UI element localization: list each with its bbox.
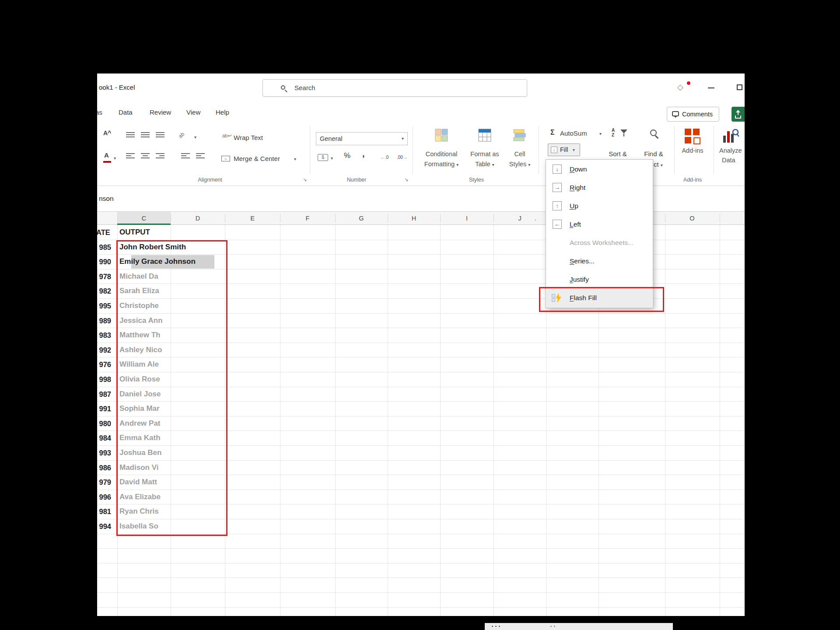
column-header-e[interactable]: E <box>244 212 261 225</box>
percent-style-button[interactable]: % <box>344 151 350 160</box>
chevron-down-icon[interactable]: ▾ <box>331 156 333 161</box>
number-dialog-launcher[interactable]: ↘ <box>404 177 408 182</box>
column-header-[interactable]: . <box>527 212 544 225</box>
share-button[interactable] <box>732 107 745 122</box>
cell-year[interactable]: 986 <box>97 460 111 475</box>
align-left-icon[interactable] <box>126 153 135 158</box>
cell-year[interactable]: 983 <box>97 328 111 343</box>
ribbon-tabs: asDataReviewViewHelp <box>97 102 745 122</box>
cell-output-header[interactable]: OUTPUT <box>119 225 150 240</box>
chevron-down-icon[interactable]: ▾ <box>194 135 196 140</box>
increase-indent-icon[interactable] <box>196 153 205 158</box>
window-title: ook1 - Excel <box>99 74 135 102</box>
cell-birthdate-header[interactable]: ATE <box>97 225 106 240</box>
accounting-format-icon[interactable]: $ <box>318 154 328 161</box>
cell-year[interactable]: 987 <box>97 387 111 402</box>
column-header-i[interactable]: I <box>458 212 476 225</box>
comments-button[interactable]: Comments <box>667 107 719 122</box>
fill-arrow-up-icon: ↑ <box>553 201 562 210</box>
minimize-button[interactable] <box>708 88 714 88</box>
top-align-icon[interactable] <box>126 132 135 137</box>
header-separator <box>280 214 280 223</box>
font-color-button[interactable]: A <box>104 151 109 159</box>
tab-help[interactable]: Help <box>216 102 229 122</box>
increase-font-size-button[interactable]: A^ <box>103 130 111 136</box>
decrease-indent-icon[interactable] <box>181 153 190 158</box>
group-separator <box>714 126 714 174</box>
autosum-button[interactable]: AutoSum <box>560 130 587 137</box>
cell-year[interactable]: 995 <box>97 298 111 313</box>
fill-button[interactable]: ↓ Fill ▾ <box>548 144 580 156</box>
cell-year[interactable]: 978 <box>97 269 111 284</box>
chevron-down-icon: ▾ <box>573 147 575 152</box>
cell-styles-button[interactable]: Cell <box>498 150 542 158</box>
find-select-line2[interactable]: ct ▾ <box>654 161 663 168</box>
analyze-data-button[interactable]: Analyze <box>719 147 742 154</box>
fill-menu-item-down[interactable]: ↓Down <box>546 160 652 178</box>
cell-year[interactable]: 992 <box>97 343 111 357</box>
format-as-table-icon <box>478 129 491 144</box>
align-right-icon[interactable] <box>156 153 164 158</box>
column-header-j[interactable]: J <box>511 212 528 225</box>
cell-year[interactable]: 991 <box>97 401 111 416</box>
find-select-button[interactable]: Find & <box>636 150 671 158</box>
fill-menu-item-left[interactable]: ←Left <box>546 215 652 234</box>
cell-year[interactable]: 996 <box>97 490 111 504</box>
cell-year[interactable]: 984 <box>97 430 111 445</box>
align-center-icon[interactable] <box>141 153 150 158</box>
fill-arrow-right-icon: → <box>553 183 562 192</box>
chevron-down-icon[interactable]: ▾ <box>294 157 296 161</box>
premium-diamond-icon[interactable]: ◇ <box>677 82 683 92</box>
maximize-button[interactable] <box>737 84 742 90</box>
fill-menu-item-justify[interactable]: Justify <box>546 270 652 289</box>
cell-year[interactable]: 994 <box>97 519 111 534</box>
cell-year[interactable]: 998 <box>97 372 111 387</box>
cell-year[interactable]: 990 <box>97 254 111 269</box>
cell-styles-line2[interactable]: Styles ▾ <box>498 161 542 168</box>
tab-view[interactable]: View <box>186 102 200 122</box>
orientation-icon[interactable]: ab <box>177 131 186 139</box>
middle-align-icon[interactable] <box>141 132 150 137</box>
chevron-down-icon: ▾ <box>492 162 494 167</box>
wrap-text-button[interactable]: Wrap Text <box>234 134 263 141</box>
fill-menu-item-up[interactable]: ↑Up <box>546 197 652 215</box>
increase-decimal-button[interactable]: ←.0 <box>381 155 388 160</box>
header-separator <box>117 214 118 223</box>
conditional-formatting-button[interactable]: Conditional <box>420 150 463 158</box>
fill-menu-item-label: Left <box>570 215 581 234</box>
search-box[interactable]: Search <box>262 79 527 97</box>
column-header-d[interactable]: D <box>189 212 206 225</box>
cell-year[interactable]: 980 <box>97 416 111 431</box>
fill-menu-item-series[interactable]: Series... <box>546 252 652 270</box>
cell-year[interactable]: 993 <box>97 445 111 460</box>
merge-center-button[interactable]: Merge & Center <box>234 155 280 162</box>
conditional-formatting-line2[interactable]: Formatting ▾ <box>420 161 463 168</box>
tab-as[interactable]: as <box>97 102 102 122</box>
fill-menu-item-right[interactable]: →Right <box>546 178 652 197</box>
column-header-f[interactable]: F <box>299 212 316 225</box>
chevron-down-icon[interactable]: ▾ <box>599 131 602 136</box>
alignment-dialog-launcher[interactable]: ↘ <box>303 177 307 182</box>
column-header-g[interactable]: G <box>353 212 370 225</box>
column-header-o[interactable]: O <box>683 212 701 225</box>
bottom-align-icon[interactable] <box>156 132 164 137</box>
tab-data[interactable]: Data <box>119 102 133 122</box>
column-header-c[interactable]: C <box>135 212 153 225</box>
number-format-dropdown[interactable]: General ▾ <box>316 132 408 145</box>
decrease-decimal-button[interactable]: .00→ <box>397 155 407 160</box>
cell-year[interactable]: 979 <box>97 475 111 490</box>
comma-style-button[interactable]: , <box>362 149 365 159</box>
fill-menu-item-across-worksheets: Across Worksheets... <box>546 234 652 252</box>
search-placeholder: Search <box>294 80 315 96</box>
cell-year[interactable]: 981 <box>97 504 111 519</box>
cell-year[interactable]: 976 <box>97 357 111 372</box>
sort-filter-button[interactable]: Sort & <box>600 150 635 158</box>
chevron-down-icon[interactable]: ▾ <box>114 156 116 161</box>
add-ins-button[interactable]: Add-ins <box>677 147 708 154</box>
cell-year[interactable]: 985 <box>97 240 111 255</box>
chevron-down-icon: ▾ <box>456 162 458 167</box>
cell-year[interactable]: 989 <box>97 313 111 328</box>
tab-review[interactable]: Review <box>150 102 171 122</box>
column-header-h[interactable]: H <box>405 212 423 225</box>
cell-year[interactable]: 982 <box>97 284 111 298</box>
